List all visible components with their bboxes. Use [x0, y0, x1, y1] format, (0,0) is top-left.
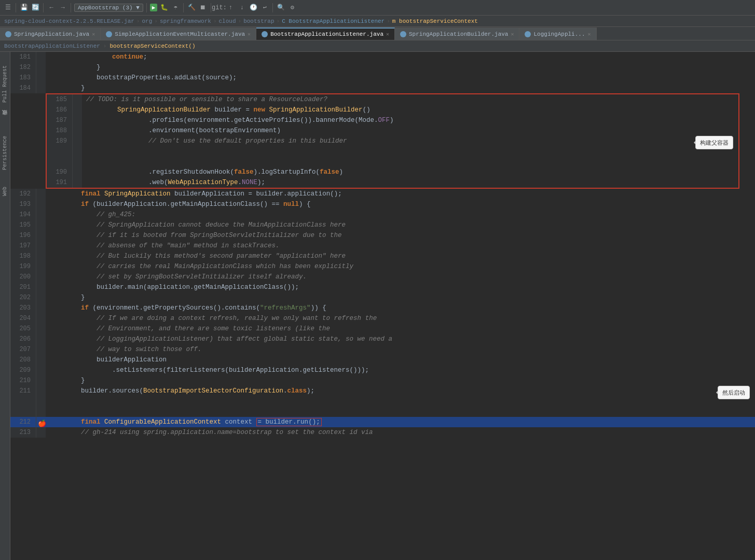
tab-simple-multicaster[interactable]: SimpleApplicationEventMulticaster.java ✕ [101, 27, 256, 40]
gutter-209 [36, 365, 46, 375]
line-content-206: // LoggingApplicationListener) that affe… [46, 334, 755, 344]
menu-icon[interactable]: ☰ [3, 3, 12, 12]
red-border-box: 185 // TODO: is it possible or sensible … [46, 93, 739, 189]
code-line-201: 201 builder.main(application.getMainAppl… [10, 282, 755, 292]
code-line-181: 181 continue; [10, 52, 755, 62]
sidebar-pull-request[interactable]: Pull Request [1, 62, 9, 106]
settings-icon[interactable]: ⚙ [287, 3, 297, 12]
line-content-203: if (environment.getPropertySources().con… [46, 303, 755, 313]
line-num-181: 181 [10, 52, 36, 62]
gutter-191 [73, 177, 82, 188]
code-line-205: 205 // Environment, and there are some t… [10, 324, 755, 334]
vcs-history-icon[interactable]: 🕐 [249, 3, 258, 12]
line-content-198: // But luckily this method's second para… [46, 251, 755, 261]
line-content-181: continue; [46, 52, 755, 62]
gutter-210 [36, 375, 46, 386]
line-num-201: 201 [10, 282, 36, 292]
tab-close-bootstrap-listener[interactable]: ✕ [386, 31, 389, 37]
breadcrumb-cloud[interactable]: cloud [219, 18, 236, 24]
build-icon[interactable]: 🔨 [187, 3, 196, 12]
tab-bootstrap-listener[interactable]: BootstrapApplicationListener.java ✕ [256, 27, 395, 40]
code-line-213: 213 // gh-214 using spring.application.n… [10, 427, 755, 438]
gutter-202 [36, 292, 46, 303]
line-content-193: if (builderApplication.getMainApplicatio… [46, 199, 755, 209]
line-num-189: 189 [47, 136, 73, 167]
line-num-197: 197 [10, 241, 36, 251]
file-tabs: SpringApplication.java ✕ SimpleApplicati… [0, 27, 755, 40]
line-num-187: 187 [47, 115, 73, 125]
gutter-208 [36, 355, 46, 365]
breadcrumb-springframework[interactable]: springframework [160, 18, 211, 24]
line-num-210: 210 [10, 375, 36, 386]
code-editor[interactable]: 181 continue; 182 } 183 bootstrapPropert… [10, 52, 755, 560]
line-content-191: .web(WebApplicationType.NONE); [82, 177, 738, 188]
gutter-200 [36, 272, 46, 282]
tab-close-logging[interactable]: ✕ [588, 31, 591, 37]
debug-icon[interactable]: 🐛 [159, 3, 169, 12]
save-icon[interactable]: 💾 [19, 3, 29, 12]
vcs-revert-icon[interactable]: ↩ [260, 3, 269, 12]
tab-spring-app-builder[interactable]: SpringApplicationBuilder.java ✕ [395, 27, 519, 40]
vcs-push-icon[interactable]: ↓ [237, 3, 246, 12]
search-everywhere-icon[interactable]: 🔍 [276, 3, 285, 12]
gutter-201 [36, 282, 46, 292]
code-line-198: 198 // But luckily this method's second … [10, 251, 755, 261]
gutter-205 [36, 324, 46, 334]
tab-close-simple-multicaster[interactable]: ✕ [248, 31, 251, 37]
gutter-193 [36, 199, 46, 209]
tab-spring-application[interactable]: SpringApplication.java ✕ [0, 27, 101, 40]
run-button[interactable]: ▶ [150, 4, 158, 11]
breadcrumb-class[interactable]: C BootstrapApplicationListener [282, 18, 385, 24]
line-content-186: SpringApplicationBuilder builder = new S… [82, 105, 738, 115]
line-content-211: builder.sources(BootstrapImportSelectorC… [46, 386, 755, 417]
coverage-icon[interactable]: ☂ [171, 3, 180, 12]
line-num-208: 208 [10, 355, 36, 365]
line-content-182: } [46, 62, 755, 73]
line-num-205: 205 [10, 324, 36, 334]
run-config-dropdown[interactable]: AppBootstrap (3) ▼ [74, 4, 143, 12]
line-content-189: // Don't use the default properties in t… [82, 136, 738, 167]
left-sidebar: Pull Request 收藏 Persistence Web [0, 52, 10, 560]
nav-class[interactable]: BootstrapApplicationListener [4, 43, 100, 49]
line-num-211: 211 [10, 386, 36, 417]
code-line-195: 195 // SpringApplication cannot deduce t… [10, 220, 755, 230]
nav-method[interactable]: bootstrapServiceContext() [109, 43, 195, 49]
line-content-210: } [46, 375, 755, 386]
gutter-197 [36, 241, 46, 251]
breadcrumb-bootstrap[interactable]: bootstrap [243, 18, 274, 24]
gutter-190 [73, 167, 82, 177]
sidebar-web[interactable]: Web [1, 184, 9, 199]
gutter-189 [73, 136, 82, 167]
line-num-195: 195 [10, 220, 36, 230]
forward-icon[interactable]: → [58, 3, 67, 12]
line-content-205: // Environment, and there are some toxic… [46, 324, 755, 334]
vcs-update-icon[interactable]: ↑ [226, 3, 235, 12]
code-line-202: 202 } [10, 292, 755, 303]
sidebar-persistence[interactable]: Persistence [1, 133, 9, 173]
tab-close-spring-app-builder[interactable]: ✕ [511, 31, 514, 37]
line-content-190: .registerShutdownHook(false).logStartupI… [82, 167, 738, 177]
breadcrumb-org[interactable]: org [142, 18, 152, 24]
sidebar-shou-cang[interactable]: 收藏 [1, 116, 10, 122]
stop-icon[interactable]: ⏹ [198, 3, 208, 12]
code-lines: 181 continue; 182 } 183 bootstrapPropert… [10, 52, 755, 438]
gutter-206 [36, 334, 46, 344]
gutter-185 [73, 94, 82, 105]
gutter-194 [36, 209, 46, 220]
git-icon[interactable]: git: [214, 3, 224, 12]
line-content-195: // SpringApplication cannot deduce the M… [46, 220, 755, 230]
breadcrumb-method[interactable]: m bootstrapServiceContext [392, 18, 478, 24]
line-content-183: bootstrapProperties.addLast(source); [46, 73, 755, 83]
line-num-198: 198 [10, 251, 36, 261]
line-content-208: builderApplication [46, 355, 755, 365]
code-line-197: 197 // absense of the "main" method in s… [10, 241, 755, 251]
tab-logging-appli[interactable]: LoggingAppli... ✕ [519, 27, 596, 40]
gutter-192 [36, 189, 46, 199]
gutter-199 [36, 261, 46, 272]
back-icon[interactable]: ← [47, 3, 56, 12]
code-line-182: 182 } [10, 62, 755, 73]
sync-icon[interactable]: 🔄 [31, 3, 40, 12]
breadcrumb-jar[interactable]: spring-cloud-context-2.2.5.RELEASE.jar [4, 18, 134, 24]
tab-close-spring-application[interactable]: ✕ [92, 31, 95, 37]
code-line-194: 194 // gh_425: [10, 209, 755, 220]
